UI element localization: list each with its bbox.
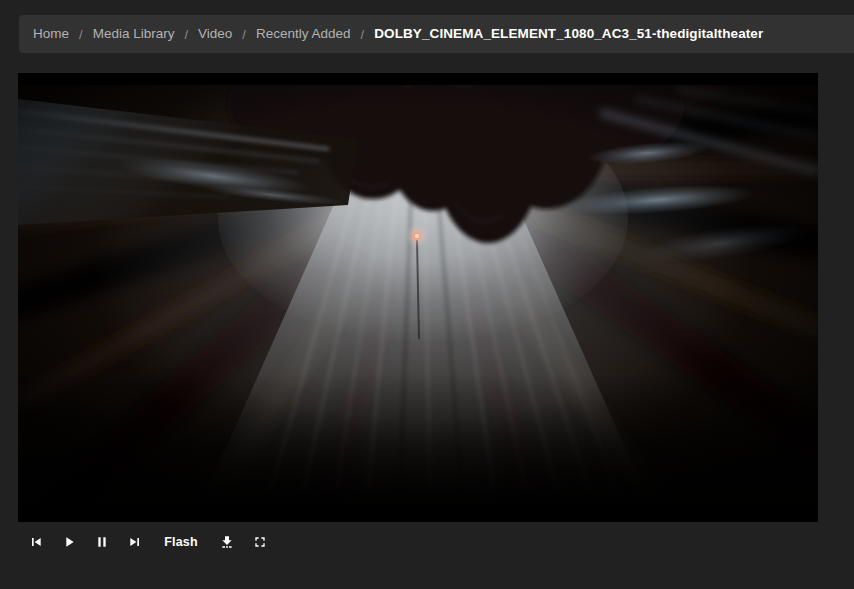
breadcrumb-item-media-library[interactable]: Media Library [93, 15, 175, 53]
breadcrumb-separator: / [79, 27, 83, 42]
breadcrumb-item-recently-added[interactable]: Recently Added [256, 15, 351, 53]
player-controls: Flash [18, 528, 272, 556]
breadcrumb-separator: / [242, 27, 246, 42]
breadcrumb: Home / Media Library / Video / Recently … [19, 15, 854, 53]
video-still-image [18, 73, 818, 522]
skip-next-icon [127, 534, 143, 550]
video-frame[interactable] [18, 73, 818, 522]
breadcrumb-separator: / [361, 27, 365, 42]
download-button[interactable] [215, 530, 239, 554]
download-icon [219, 534, 235, 550]
letterbox-top [18, 73, 818, 85]
skip-next-button[interactable] [123, 530, 147, 554]
letterbox-bottom [18, 505, 818, 522]
play-button[interactable] [57, 530, 81, 554]
fullscreen-icon [252, 534, 268, 550]
breadcrumb-item-home[interactable]: Home [33, 15, 69, 53]
breadcrumb-item-video[interactable]: Video [198, 15, 232, 53]
pause-icon [94, 534, 110, 550]
play-icon [61, 534, 77, 550]
skip-previous-icon [28, 534, 44, 550]
breadcrumb-separator: / [184, 27, 188, 42]
fullscreen-button[interactable] [248, 530, 272, 554]
skip-previous-button[interactable] [24, 530, 48, 554]
flash-button[interactable]: Flash [160, 530, 202, 554]
pause-button[interactable] [90, 530, 114, 554]
breadcrumb-item-current-title: DOLBY_CINEMA_ELEMENT_1080_AC3_51-thedigi… [374, 15, 763, 53]
